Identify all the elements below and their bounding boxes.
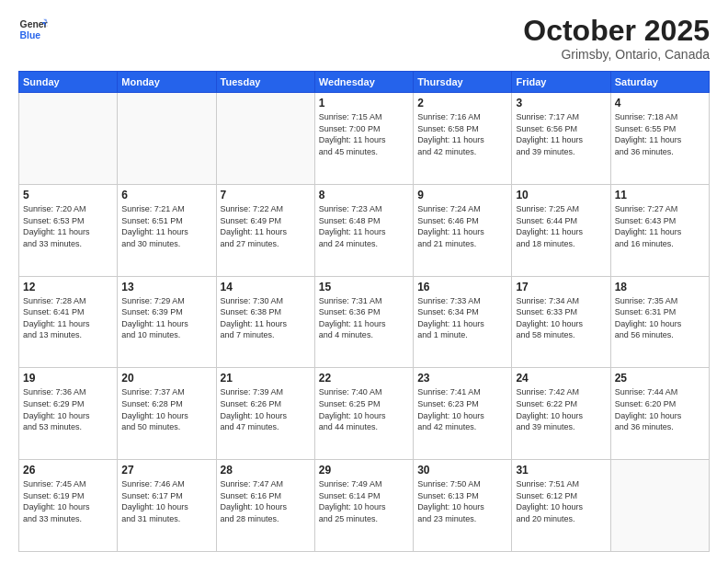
week-row-4: 19Sunrise: 7:36 AM Sunset: 6:29 PM Dayli… [19,368,710,460]
day-number: 21 [221,372,311,385]
day-number: 14 [221,281,311,293]
calendar-cell: 25Sunrise: 7:44 AM Sunset: 6:20 PM Dayli… [610,368,709,460]
calendar-cell: 31Sunrise: 7:51 AM Sunset: 6:12 PM Dayli… [512,460,610,552]
day-info: Sunrise: 7:16 AM Sunset: 6:58 PM Dayligh… [417,111,507,157]
day-info: Sunrise: 7:30 AM Sunset: 6:38 PM Dayligh… [221,295,311,341]
day-info: Sunrise: 7:37 AM Sunset: 6:28 PM Dayligh… [121,386,211,432]
day-info: Sunrise: 7:28 AM Sunset: 6:41 PM Dayligh… [23,295,113,341]
location-subtitle: Grimsby, Ontario, Canada [523,47,710,62]
calendar-cell: 3Sunrise: 7:17 AM Sunset: 6:56 PM Daylig… [512,93,610,185]
weekday-header-saturday: Saturday [610,72,709,93]
day-number: 24 [516,372,606,385]
day-info: Sunrise: 7:42 AM Sunset: 6:22 PM Dayligh… [516,386,606,432]
day-number: 6 [121,189,211,201]
day-info: Sunrise: 7:24 AM Sunset: 6:46 PM Dayligh… [417,203,507,249]
day-number: 31 [516,464,606,477]
day-number: 25 [615,372,705,385]
day-info: Sunrise: 7:45 AM Sunset: 6:19 PM Dayligh… [23,478,113,524]
calendar-cell: 27Sunrise: 7:46 AM Sunset: 6:17 PM Dayli… [118,460,216,552]
week-row-5: 26Sunrise: 7:45 AM Sunset: 6:19 PM Dayli… [19,460,710,552]
week-row-2: 5Sunrise: 7:20 AM Sunset: 6:53 PM Daylig… [19,184,710,276]
calendar-cell: 24Sunrise: 7:42 AM Sunset: 6:22 PM Dayli… [512,368,610,460]
calendar-cell: 22Sunrise: 7:40 AM Sunset: 6:25 PM Dayli… [314,368,413,460]
calendar-cell: 4Sunrise: 7:18 AM Sunset: 6:55 PM Daylig… [610,93,709,185]
title-block: October 2025 Grimsby, Ontario, Canada [523,15,710,62]
page: General Blue October 2025 Grimsby, Ontar… [0,0,728,563]
day-number: 19 [23,372,113,385]
calendar-cell: 12Sunrise: 7:28 AM Sunset: 6:41 PM Dayli… [19,276,118,368]
calendar-cell: 19Sunrise: 7:36 AM Sunset: 6:29 PM Dayli… [19,368,118,460]
day-number: 29 [319,464,409,477]
calendar-cell [610,460,709,552]
weekday-header-sunday: Sunday [19,72,118,93]
month-title: October 2025 [523,15,710,47]
weekday-header-row: SundayMondayTuesdayWednesdayThursdayFrid… [19,72,710,93]
day-number: 1 [319,97,409,109]
calendar-cell: 20Sunrise: 7:37 AM Sunset: 6:28 PM Dayli… [118,368,216,460]
day-info: Sunrise: 7:18 AM Sunset: 6:55 PM Dayligh… [615,111,705,157]
day-info: Sunrise: 7:39 AM Sunset: 6:26 PM Dayligh… [221,386,311,432]
calendar-cell: 23Sunrise: 7:41 AM Sunset: 6:23 PM Dayli… [414,368,512,460]
day-number: 9 [417,189,507,201]
day-number: 10 [516,189,606,201]
day-info: Sunrise: 7:15 AM Sunset: 7:00 PM Dayligh… [319,111,409,157]
calendar-cell: 8Sunrise: 7:23 AM Sunset: 6:48 PM Daylig… [314,184,413,276]
day-info: Sunrise: 7:36 AM Sunset: 6:29 PM Dayligh… [23,386,113,432]
day-info: Sunrise: 7:31 AM Sunset: 6:36 PM Dayligh… [319,295,409,341]
calendar-table: SundayMondayTuesdayWednesdayThursdayFrid… [18,71,710,552]
calendar-cell: 18Sunrise: 7:35 AM Sunset: 6:31 PM Dayli… [610,276,709,368]
day-info: Sunrise: 7:21 AM Sunset: 6:51 PM Dayligh… [121,203,211,249]
calendar-cell: 11Sunrise: 7:27 AM Sunset: 6:43 PM Dayli… [610,184,709,276]
calendar-cell: 10Sunrise: 7:25 AM Sunset: 6:44 PM Dayli… [512,184,610,276]
day-info: Sunrise: 7:35 AM Sunset: 6:31 PM Dayligh… [615,295,705,341]
calendar-cell [19,93,118,185]
day-info: Sunrise: 7:17 AM Sunset: 6:56 PM Dayligh… [516,111,606,157]
day-info: Sunrise: 7:20 AM Sunset: 6:53 PM Dayligh… [23,203,113,249]
calendar-cell [216,93,314,185]
calendar-cell: 9Sunrise: 7:24 AM Sunset: 6:46 PM Daylig… [414,184,512,276]
calendar-cell: 13Sunrise: 7:29 AM Sunset: 6:39 PM Dayli… [118,276,216,368]
day-number: 12 [23,281,113,293]
day-info: Sunrise: 7:40 AM Sunset: 6:25 PM Dayligh… [319,386,409,432]
day-info: Sunrise: 7:46 AM Sunset: 6:17 PM Dayligh… [121,478,211,524]
day-number: 18 [615,281,705,293]
logo-icon: General Blue [18,15,48,44]
calendar-cell: 21Sunrise: 7:39 AM Sunset: 6:26 PM Dayli… [216,368,314,460]
day-number: 5 [23,189,113,201]
logo: General Blue [18,15,48,44]
day-info: Sunrise: 7:22 AM Sunset: 6:49 PM Dayligh… [221,203,311,249]
svg-text:Blue: Blue [20,30,41,40]
calendar-cell: 26Sunrise: 7:45 AM Sunset: 6:19 PM Dayli… [19,460,118,552]
day-info: Sunrise: 7:51 AM Sunset: 6:12 PM Dayligh… [516,478,606,524]
day-number: 2 [417,97,507,109]
calendar-cell: 7Sunrise: 7:22 AM Sunset: 6:49 PM Daylig… [216,184,314,276]
calendar-cell: 1Sunrise: 7:15 AM Sunset: 7:00 PM Daylig… [314,93,413,185]
day-info: Sunrise: 7:50 AM Sunset: 6:13 PM Dayligh… [417,478,507,524]
day-info: Sunrise: 7:34 AM Sunset: 6:33 PM Dayligh… [516,295,606,341]
day-info: Sunrise: 7:25 AM Sunset: 6:44 PM Dayligh… [516,203,606,249]
calendar-cell: 6Sunrise: 7:21 AM Sunset: 6:51 PM Daylig… [118,184,216,276]
day-number: 16 [417,281,507,293]
calendar-cell: 14Sunrise: 7:30 AM Sunset: 6:38 PM Dayli… [216,276,314,368]
weekday-header-wednesday: Wednesday [314,72,413,93]
calendar-cell [118,93,216,185]
day-number: 4 [615,97,705,109]
day-number: 7 [221,189,311,201]
day-info: Sunrise: 7:49 AM Sunset: 6:14 PM Dayligh… [319,478,409,524]
day-number: 23 [417,372,507,385]
calendar-cell: 30Sunrise: 7:50 AM Sunset: 6:13 PM Dayli… [414,460,512,552]
header: General Blue October 2025 Grimsby, Ontar… [18,15,710,62]
day-number: 3 [516,97,606,109]
weekday-header-friday: Friday [512,72,610,93]
day-number: 11 [615,189,705,201]
weekday-header-thursday: Thursday [414,72,512,93]
day-info: Sunrise: 7:47 AM Sunset: 6:16 PM Dayligh… [221,478,311,524]
day-number: 20 [121,372,211,385]
day-number: 22 [319,372,409,385]
day-number: 8 [319,189,409,201]
calendar-cell: 15Sunrise: 7:31 AM Sunset: 6:36 PM Dayli… [314,276,413,368]
calendar-cell: 16Sunrise: 7:33 AM Sunset: 6:34 PM Dayli… [414,276,512,368]
week-row-3: 12Sunrise: 7:28 AM Sunset: 6:41 PM Dayli… [19,276,710,368]
day-number: 26 [23,464,113,477]
day-info: Sunrise: 7:23 AM Sunset: 6:48 PM Dayligh… [319,203,409,249]
